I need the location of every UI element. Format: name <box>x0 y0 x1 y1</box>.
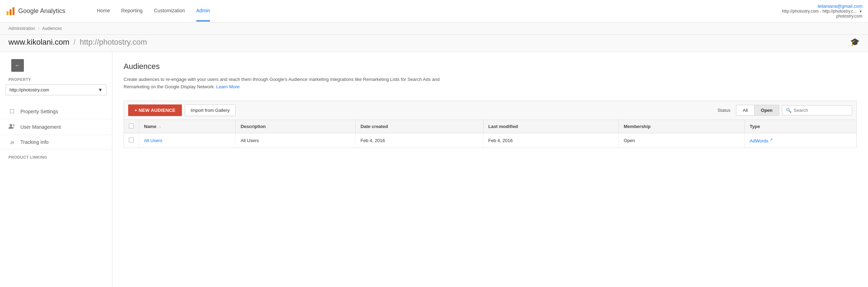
sidebar: ← PROPERTY http://photostry.com ▼ ☐ Prop… <box>0 52 112 287</box>
property-value: http://photostry.com <box>9 87 49 93</box>
audiences-table: Name ↓ Description Date created Last mod… <box>124 120 857 148</box>
app-name: Google Analytics <box>18 7 65 15</box>
svg-rect-1 <box>9 9 12 15</box>
nav-home[interactable]: Home <box>97 8 110 15</box>
audiences-toolbar: + NEW AUDIENCE Import from Gallery Statu… <box>124 101 857 120</box>
svg-point-3 <box>10 124 12 127</box>
col-description: Description <box>236 120 356 133</box>
nav-links: Home Reporting Customization Admin <box>97 8 210 15</box>
tracking-info-icon: .js <box>8 140 15 144</box>
nav-customization[interactable]: Customization <box>154 8 185 15</box>
page-header-sep: / <box>73 38 75 46</box>
account-info: leilaniana@gmail.com http://photostry.co… <box>782 4 862 19</box>
content-area: Audiences Create audiences to re-engage … <box>112 52 868 287</box>
table-header-row: Name ↓ Description Date created Last mod… <box>124 120 857 133</box>
svg-rect-0 <box>7 11 9 15</box>
breadcrumb-audiences[interactable]: Audiences <box>42 26 62 31</box>
audiences-title: Audiences <box>124 62 857 71</box>
sidebar-item-label-tracking-info: Tracking Info <box>20 139 48 145</box>
sidebar-item-label-property-settings: Property Settings <box>20 109 58 114</box>
account-dropdown-icon[interactable]: ▼ <box>859 9 862 13</box>
account-url: http://photostry.com - http://photostry.… <box>782 9 857 14</box>
nav-admin[interactable]: Admin <box>196 8 210 21</box>
row-membership-cell: Open <box>619 133 745 148</box>
sidebar-item-tracking-info[interactable]: .js Tracking Info <box>0 135 112 149</box>
search-wrap: 🔍 <box>782 105 852 115</box>
col-name: Name ↓ <box>139 120 236 133</box>
page-secondary-url: http://photostry.com <box>80 38 147 46</box>
sidebar-item-label-user-management: User Management <box>20 124 61 130</box>
property-settings-icon: ☐ <box>8 108 15 115</box>
table-row: All Users All Users Feb 4, 2016 Feb 4, 2… <box>124 133 857 148</box>
status-all-button[interactable]: All <box>736 105 754 116</box>
status-button-group: All Open <box>736 105 779 116</box>
row-description-cell: All Users <box>236 133 356 148</box>
page-header: www.kikolani.com / http://photostry.com … <box>0 35 868 52</box>
sidebar-item-property-settings[interactable]: ☐ Property Settings <box>0 104 112 119</box>
row-checkbox[interactable] <box>129 138 134 142</box>
learn-more-link[interactable]: Learn More <box>216 84 239 89</box>
row-date-created-cell: Feb 4, 2016 <box>355 133 483 148</box>
breadcrumb: Administration › Audiences <box>0 23 868 35</box>
breadcrumb-sep-icon: › <box>38 26 39 31</box>
svg-rect-2 <box>13 7 15 15</box>
col-date-created: Date created <box>355 120 483 133</box>
select-all-checkbox[interactable] <box>129 123 134 128</box>
product-linking-label: PRODUCT LINKING <box>0 149 112 162</box>
account-site: photostry.com <box>836 14 862 19</box>
col-last-modified: Last modified <box>483 120 619 133</box>
page-primary-domain: www.kikolani.com <box>8 38 70 46</box>
row-type-cell: AdWords ↗ <box>745 133 857 148</box>
nav-reporting[interactable]: Reporting <box>121 8 143 15</box>
col-type: Type <box>745 120 857 133</box>
graduation-cap-icon: 🎓 <box>850 38 860 47</box>
col-membership: Membership <box>619 120 745 133</box>
external-link-icon: ↗ <box>770 138 772 141</box>
property-select-wrap: http://photostry.com ▼ <box>0 84 112 95</box>
row-last-modified-cell: Feb 4, 2016 <box>483 133 619 148</box>
page-title-area: www.kikolani.com / http://photostry.com <box>8 38 147 47</box>
back-arrow-icon: ← <box>15 62 20 69</box>
user-management-icon <box>8 123 15 130</box>
property-dropdown-icon: ▼ <box>98 87 103 93</box>
property-label: PROPERTY <box>0 77 112 82</box>
row-name-cell: All Users <box>139 133 236 148</box>
back-button[interactable]: ← <box>11 59 24 72</box>
adwords-link[interactable]: AdWords ↗ <box>750 138 772 144</box>
search-icon: 🔍 <box>786 108 791 113</box>
status-label: Status <box>717 108 730 113</box>
row-checkbox-cell <box>124 133 139 148</box>
search-input[interactable] <box>794 108 843 113</box>
import-gallery-button[interactable]: Import from Gallery <box>185 104 236 116</box>
col-checkbox <box>124 120 139 133</box>
property-select[interactable]: http://photostry.com ▼ <box>6 84 106 95</box>
status-open-button[interactable]: Open <box>755 105 779 116</box>
new-audience-button[interactable]: + NEW AUDIENCE <box>128 104 182 116</box>
svg-point-4 <box>13 125 15 126</box>
account-email[interactable]: leilaniana@gmail.com <box>782 4 862 9</box>
top-nav: Google Analytics Home Reporting Customiz… <box>0 0 868 23</box>
name-sort-icon[interactable]: ↓ <box>159 125 161 129</box>
ga-logo-icon <box>6 6 15 16</box>
sidebar-item-user-management[interactable]: User Management <box>0 119 112 135</box>
breadcrumb-admin[interactable]: Administration <box>8 26 35 31</box>
audience-name-link[interactable]: All Users <box>144 138 162 143</box>
logo-area: Google Analytics <box>6 6 83 16</box>
audiences-description: Create audiences to re-engage with your … <box>124 76 440 91</box>
main-layout: ← PROPERTY http://photostry.com ▼ ☐ Prop… <box>0 52 868 287</box>
